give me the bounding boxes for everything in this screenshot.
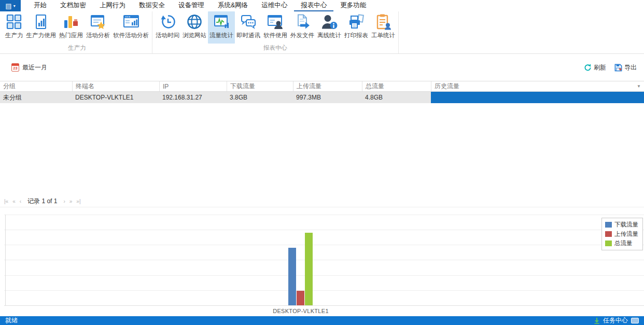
- monitor-icon[interactable]: [631, 318, 639, 323]
- y-axis-line: [5, 215, 6, 305]
- ribbon-button-outgoing-files[interactable]: 外发文件: [289, 11, 316, 44]
- column-header-group[interactable]: 分组: [0, 81, 72, 91]
- gridline: [4, 245, 644, 245]
- chart-plot-top-border: [4, 215, 644, 215]
- first-page-icon[interactable]: |«: [2, 199, 10, 204]
- last-page-icon[interactable]: »|: [74, 199, 82, 204]
- status-bar: 就绪 任务中心: [0, 316, 644, 325]
- gridline: [4, 260, 644, 260]
- cell-group: 未分组: [0, 92, 72, 103]
- tab-data-security[interactable]: 数据安全: [132, 0, 172, 11]
- ribbon-button-activity-time[interactable]: 活动时间: [154, 11, 181, 44]
- ribbon-button-label: 工单统计: [371, 32, 395, 39]
- column-header-terminal[interactable]: 终端名: [72, 81, 159, 91]
- gridline: [4, 290, 644, 291]
- cell-ip: 192.168.31.27: [159, 92, 227, 103]
- ribbon-button-label: 即时通讯: [236, 32, 260, 39]
- menu-bar: ▤▾ 开始 文档加密 上网行为 数据安全 设备管理 系统&网络 运维中心 报表中…: [0, 0, 644, 11]
- export-label: 导出: [624, 63, 637, 72]
- refresh-button[interactable]: 刷新: [584, 63, 606, 72]
- ribbon-button-software-activity-analysis[interactable]: 软件活动分析: [111, 11, 150, 44]
- cell-upload: 997.3MB: [293, 92, 362, 103]
- ribbon-button-label: 打印报表: [344, 32, 368, 39]
- fast-backward-icon[interactable]: «: [10, 199, 18, 204]
- ribbon-button-traffic-stats[interactable]: 流量统计: [208, 11, 235, 44]
- ribbon-button-label: 浏览网站: [183, 32, 206, 39]
- tab-doc-encryption[interactable]: 文档加密: [53, 0, 93, 11]
- pagination-bar: |« « ‹ 记录 1 of 1 › » »|: [0, 196, 644, 207]
- ribbon-button-label: 活动分析: [86, 32, 110, 39]
- chevron-down-icon: ▾: [13, 4, 16, 8]
- globe-icon: [186, 13, 203, 30]
- legend-swatch-download: [605, 222, 612, 228]
- bar-download: [288, 248, 296, 305]
- column-header-upload[interactable]: 上传流量: [293, 81, 362, 91]
- ribbon-button-print-report[interactable]: 打印报表: [343, 11, 370, 44]
- app-menu-button[interactable]: ▤▾: [0, 0, 21, 11]
- history-traffic-bar: [431, 92, 644, 103]
- ribbon: 生产力 生产力使用 热门应用: [0, 11, 644, 54]
- status-ready-label: 就绪: [5, 316, 18, 325]
- clock-history-icon: [159, 13, 176, 30]
- ribbon-button-label: 软件使用: [263, 32, 287, 39]
- tab-start[interactable]: 开始: [27, 0, 53, 11]
- table-empty-area: [0, 103, 644, 196]
- table-row[interactable]: 未分组 DESKTOP-VLKTLE1 192.168.31.27 3.8GB …: [0, 92, 644, 103]
- ribbon-button-instant-messaging[interactable]: 即时通讯: [235, 11, 262, 44]
- column-header-total[interactable]: 总流量: [362, 81, 431, 91]
- ribbon-button-label: 离线统计: [317, 32, 341, 39]
- file-send-icon: [294, 13, 311, 30]
- previous-page-icon[interactable]: ‹: [18, 199, 23, 204]
- ribbon-button-hot-apps[interactable]: 热门应用: [58, 11, 85, 44]
- cell-total: 4.8GB: [362, 92, 431, 103]
- bar-total: [305, 233, 313, 305]
- ribbon-group-label: 生产力: [4, 44, 150, 53]
- app-grid-icon: [6, 13, 22, 30]
- gridline: [4, 230, 644, 230]
- fast-forward-icon[interactable]: »: [67, 199, 75, 204]
- next-page-icon[interactable]: ›: [61, 199, 67, 204]
- tab-ops-center[interactable]: 运维中心: [255, 0, 294, 11]
- date-range-label: 最近一月: [22, 63, 47, 72]
- date-range-filter[interactable]: 23 最近一月: [11, 63, 47, 72]
- ribbon-button-productivity[interactable]: 生产力: [4, 11, 25, 44]
- tab-more-features[interactable]: 更多功能: [333, 0, 373, 11]
- menu-tabs: 开始 文档加密 上网行为 数据安全 设备管理 系统&网络 运维中心 报表中心 更…: [27, 0, 373, 11]
- tab-device-management[interactable]: 设备管理: [172, 0, 211, 11]
- tab-report-center[interactable]: 报表中心: [294, 0, 333, 11]
- ribbon-button-browse-websites[interactable]: 浏览网站: [181, 11, 208, 44]
- tab-web-behavior[interactable]: 上网行为: [93, 0, 132, 11]
- column-chooser-dropdown-icon[interactable]: ▼: [637, 81, 641, 91]
- legend-label: 总流量: [614, 239, 633, 247]
- cell-terminal: DESKTOP-VLKTLE1: [72, 92, 159, 103]
- legend-item-download: 下载流量: [605, 221, 638, 229]
- x-axis-line: [4, 305, 644, 306]
- ribbon-button-workorder-stats[interactable]: 工单统计: [370, 11, 397, 44]
- download-arrow-icon: [594, 317, 600, 324]
- traffic-bar-chart: DESKTOP-VLKTLE1 下载流量 上传流量 总流量: [0, 207, 644, 316]
- doc-chart-icon: [33, 13, 49, 30]
- ribbon-button-offline-stats[interactable]: 离线统计: [316, 11, 343, 44]
- refresh-icon: [584, 64, 592, 72]
- window-bars-icon: [123, 13, 139, 30]
- legend-item-total: 总流量: [605, 239, 638, 247]
- legend-swatch-upload: [605, 231, 612, 237]
- column-header-history[interactable]: 历史流量: [431, 81, 644, 91]
- ribbon-button-activity-analysis[interactable]: 活动分析: [85, 11, 111, 44]
- ribbon-button-label: 软件活动分析: [113, 32, 149, 39]
- column-header-download[interactable]: 下载流量: [227, 81, 293, 91]
- x-axis-category-label: DESKTOP-VLKTLE1: [249, 308, 353, 314]
- record-count-label: 记录 1 of 1: [27, 197, 57, 206]
- task-center-link[interactable]: 任务中心: [603, 316, 628, 325]
- user-info-icon: [321, 13, 338, 30]
- ribbon-button-software-usage[interactable]: 软件使用: [262, 11, 289, 44]
- clipboard-user-icon: [375, 13, 391, 30]
- refresh-label: 刷新: [594, 63, 606, 72]
- column-header-ip[interactable]: IP: [159, 81, 227, 91]
- app-window: ▤▾ 开始 文档加密 上网行为 数据安全 设备管理 系统&网络 运维中心 报表中…: [0, 0, 644, 325]
- ribbon-button-productivity-usage[interactable]: 生产力使用: [25, 11, 58, 44]
- gridline: [4, 275, 644, 276]
- tab-system-network[interactable]: 系统&网络: [211, 0, 255, 11]
- ribbon-button-label: 热门应用: [59, 32, 83, 39]
- export-button[interactable]: 导出: [614, 63, 637, 72]
